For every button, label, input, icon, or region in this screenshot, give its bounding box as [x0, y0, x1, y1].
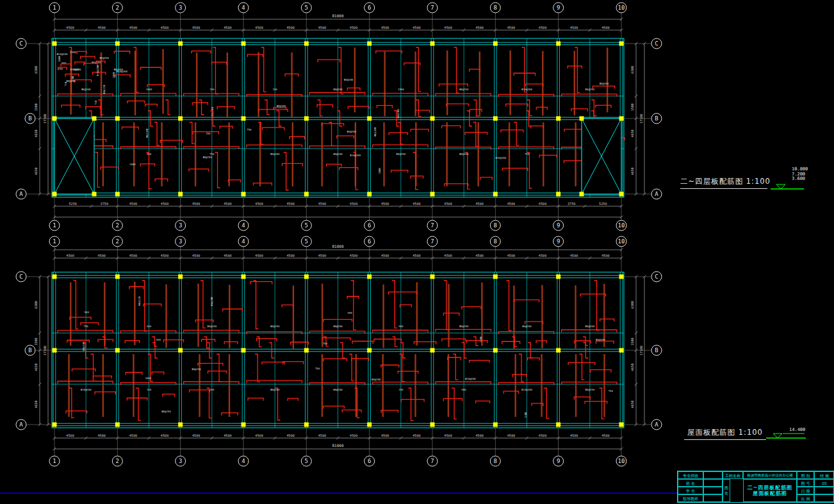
svg-text:7: 7	[430, 4, 434, 11]
svg-text:Φ8@200: Φ8@200	[333, 88, 343, 91]
svg-text:17100: 17100	[639, 346, 643, 355]
svg-text:Φ10@200: Φ10@200	[350, 154, 361, 157]
svg-text:Φ8@150: Φ8@150	[270, 325, 280, 328]
svg-text:4500: 4500	[413, 202, 421, 206]
svg-text:4650: 4650	[630, 129, 634, 137]
svg-text:4500: 4500	[318, 26, 327, 29]
svg-text:4500: 4500	[381, 26, 389, 29]
svg-text:6: 6	[368, 458, 371, 464]
svg-text:4500: 4500	[350, 254, 358, 257]
svg-text:150: 150	[209, 88, 215, 91]
svg-text:4500: 4500	[224, 26, 232, 29]
svg-text:Φ8@200: Φ8@200	[208, 325, 217, 328]
svg-text:1500: 1500	[70, 51, 76, 54]
svg-text:B: B	[655, 347, 658, 354]
tb-label: 图 别	[797, 471, 814, 479]
svg-text:C: C	[655, 273, 658, 280]
svg-text:A: A	[19, 191, 23, 197]
svg-text:5250: 5250	[599, 202, 607, 206]
svg-text:750: 750	[84, 325, 89, 328]
svg-text:750: 750	[247, 128, 252, 131]
svg-text:4500: 4500	[350, 434, 358, 437]
svg-text:Φ8@150: Φ8@150	[459, 325, 469, 328]
svg-text:1500: 1500	[479, 336, 482, 343]
svg-text:1800: 1800	[378, 168, 381, 174]
svg-text:4500: 4500	[224, 202, 232, 206]
tb-label: 图 号	[797, 479, 814, 487]
svg-text:1500: 1500	[630, 103, 634, 111]
tb-drawing-names: 二~四层板配筋图 屋面板配筋图	[743, 479, 797, 502]
svg-text:4500: 4500	[161, 254, 169, 257]
svg-text:4500: 4500	[129, 202, 138, 206]
svg-text:Φ8@200: Φ8@200	[333, 325, 343, 328]
svg-text:4500: 4500	[98, 26, 106, 29]
svg-text:4500: 4500	[413, 434, 421, 437]
svg-text:Φ8@100: Φ8@100	[270, 388, 280, 391]
tb-drawing-name-2: 屋面板配筋图	[753, 491, 787, 497]
svg-text:Φ8@200: Φ8@200	[81, 88, 91, 91]
svg-text:5: 5	[305, 222, 308, 229]
svg-text:9: 9	[557, 458, 560, 464]
floor-plan-title: 二~四层板配筋图 1:100	[680, 177, 767, 189]
svg-text:3750: 3750	[568, 202, 576, 206]
svg-text:Φ10@200: Φ10@200	[70, 68, 81, 71]
svg-text:Φ8@100: Φ8@100	[211, 107, 214, 117]
svg-text:4500: 4500	[255, 26, 263, 29]
svg-text:750: 750	[609, 389, 614, 393]
tb-value	[703, 487, 723, 494]
svg-text:4: 4	[241, 238, 245, 245]
svg-text:4500: 4500	[66, 254, 74, 257]
tb-label: 日 期	[797, 487, 814, 494]
svg-text:6300: 6300	[34, 66, 38, 74]
svg-text:4650: 4650	[34, 167, 38, 175]
svg-text:Φ8@150: Φ8@150	[67, 79, 76, 83]
svg-text:B: B	[28, 115, 31, 122]
svg-text:7: 7	[430, 222, 434, 229]
svg-text:81000: 81000	[332, 244, 343, 248]
svg-text:4500: 4500	[444, 434, 452, 437]
svg-text:4500: 4500	[224, 254, 232, 257]
tb-value	[814, 487, 834, 494]
svg-text:4500: 4500	[381, 202, 389, 206]
svg-text:4: 4	[241, 4, 245, 11]
tb-label: 专业班级	[678, 471, 703, 479]
svg-text:4650: 4650	[630, 400, 634, 408]
svg-text:750: 750	[525, 152, 530, 156]
svg-text:Φ8@200: Φ8@200	[397, 109, 400, 118]
svg-text:750: 750	[323, 342, 328, 345]
svg-text:Φ10@200: Φ10@200	[465, 377, 476, 380]
svg-text:150: 150	[147, 388, 152, 391]
svg-text:4500: 4500	[444, 202, 452, 206]
svg-text:9: 9	[557, 4, 560, 11]
svg-text:2: 2	[116, 222, 119, 229]
svg-text:3: 3	[179, 238, 182, 245]
svg-text:2: 2	[116, 458, 119, 464]
svg-text:Φ10@200: Φ10@200	[521, 388, 532, 391]
svg-text:4500: 4500	[161, 202, 169, 206]
svg-text:Φ6@200: Φ6@200	[347, 130, 356, 133]
svg-text:5: 5	[305, 4, 308, 11]
svg-text:4: 4	[241, 458, 245, 464]
tb-value	[814, 494, 834, 502]
svg-text:3: 3	[179, 458, 182, 464]
svg-text:6300: 6300	[630, 301, 634, 309]
svg-text:4500: 4500	[413, 26, 421, 29]
tb-drawing-label: 图名	[723, 479, 730, 502]
svg-text:17100: 17100	[43, 114, 47, 124]
svg-text:4500: 4500	[413, 254, 421, 257]
svg-text:8: 8	[494, 458, 497, 464]
svg-text:4500: 4500	[507, 434, 516, 437]
svg-text:10: 10	[618, 222, 625, 229]
svg-text:4500: 4500	[601, 254, 610, 257]
svg-text:4500: 4500	[224, 434, 232, 437]
svg-text:4500: 4500	[539, 26, 547, 29]
svg-text:Φ8@200: Φ8@200	[397, 152, 406, 156]
svg-text:10: 10	[618, 238, 625, 245]
svg-text:A: A	[655, 421, 658, 428]
svg-text:Φ10@200: Φ10@200	[81, 388, 92, 391]
svg-text:Φ10@200: Φ10@200	[521, 88, 532, 91]
svg-text:4500: 4500	[476, 434, 484, 437]
level-value: 3.600	[792, 177, 808, 182]
svg-text:6300: 6300	[34, 301, 38, 309]
svg-text:1: 1	[53, 238, 56, 245]
